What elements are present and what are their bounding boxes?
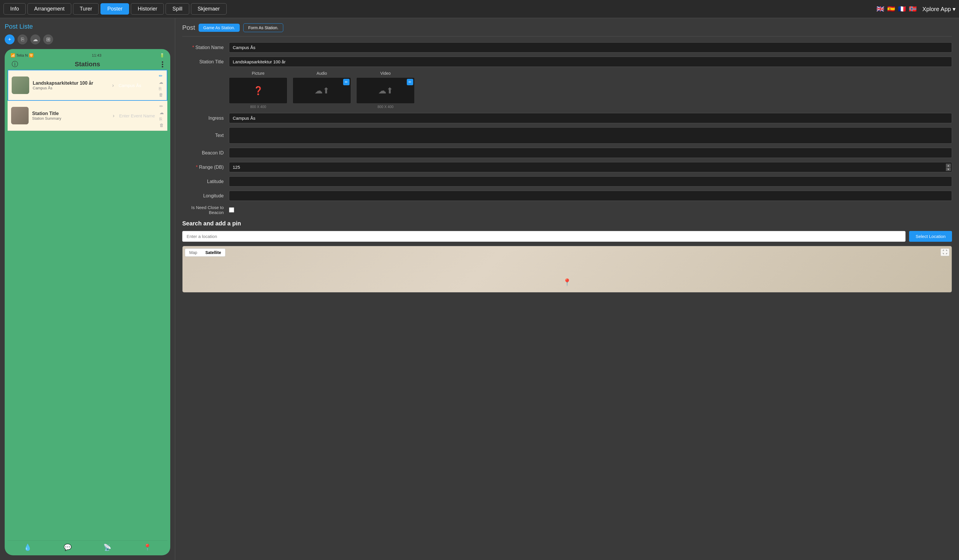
copy-icon[interactable]: ⎘ xyxy=(159,86,163,91)
cloud-button[interactable]: ☁ xyxy=(30,35,40,45)
ingress-label: Ingress xyxy=(182,116,229,121)
audio-media: Audio ☁⬆ ✏ xyxy=(293,71,351,109)
edit-icon[interactable]: ✏ xyxy=(159,73,163,78)
range-db-label: Range (DB) xyxy=(182,165,229,170)
station-name-label: Station Name xyxy=(182,45,229,50)
radio-icon[interactable]: 📡 xyxy=(104,544,111,551)
add-post-button[interactable]: + xyxy=(5,35,14,45)
tab-turer[interactable]: Turer xyxy=(73,3,99,14)
delete-icon[interactable]: 🗑 xyxy=(159,92,163,97)
station-title-input[interactable] xyxy=(229,57,952,67)
station-sub: Campus Ås xyxy=(33,86,112,90)
spinner-buttons: ▲ ▼ xyxy=(946,164,951,171)
map-tab-satellite[interactable]: Satellite xyxy=(201,249,225,256)
phone-bottom-bar: 💧 💬 📡 📍 xyxy=(8,541,167,552)
ingress-input[interactable] xyxy=(229,113,952,123)
need-beacon-row: Is Need Close to Beacon xyxy=(182,205,952,215)
layers-button[interactable]: ⊞ xyxy=(43,35,53,45)
menu-dots[interactable] xyxy=(162,61,163,67)
post-label: Post xyxy=(182,24,195,32)
cloud-upload-icon: ☁⬆ xyxy=(378,86,393,95)
station-name: Station Title xyxy=(32,111,113,116)
flag-gb[interactable]: 🇬🇧 xyxy=(876,5,884,13)
station-actions: ✏ ☁ ⎘ 🗑 xyxy=(159,103,164,127)
copy-button[interactable]: ⎘ xyxy=(18,35,27,45)
longitude-label: Longitude xyxy=(182,193,229,199)
map-tab-map[interactable]: Map xyxy=(185,249,201,256)
location-search-input[interactable] xyxy=(182,231,906,242)
phone-header: ⓘ Stations xyxy=(8,59,167,70)
app-name[interactable]: Xplore App ▾ xyxy=(922,6,956,13)
video-upload[interactable]: ☁⬆ ✏ xyxy=(356,77,415,103)
map-container[interactable]: Map Satellite ⛶ 📍 xyxy=(182,246,952,293)
station-name-input[interactable] xyxy=(229,42,952,52)
form-as-station-button[interactable]: Form As Station. xyxy=(243,23,283,32)
chevron-right-icon: › xyxy=(112,82,114,89)
text-input[interactable] xyxy=(229,127,952,144)
tab-skjemaer[interactable]: Skjemaer xyxy=(191,3,226,14)
copy-icon[interactable]: ⎘ xyxy=(159,116,164,121)
chevron-right-icon: › xyxy=(113,113,115,119)
picture-upload[interactable]: ❓ xyxy=(229,77,287,103)
media-items: Picture ❓ 800 X 400 Audio ☁⬆ ✏ Video xyxy=(229,71,415,109)
video-edit-badge[interactable]: ✏ xyxy=(407,79,413,85)
flag-fr[interactable]: 🇫🇷 xyxy=(898,5,906,13)
station-info: Station Title Station Summary xyxy=(32,111,113,121)
beacon-id-row: Beacon ID xyxy=(182,148,952,158)
need-beacon-label: Is Need Close to Beacon xyxy=(182,205,229,215)
flag-no[interactable]: 🇳🇴 xyxy=(909,5,917,13)
spinner-up[interactable]: ▲ xyxy=(946,164,951,167)
need-beacon-checkbox[interactable] xyxy=(229,207,234,213)
edit-icon[interactable]: ✏ xyxy=(159,103,164,109)
longitude-input[interactable] xyxy=(229,191,952,201)
latitude-row: Latitude xyxy=(182,177,952,186)
station-thumb xyxy=(12,76,29,94)
left-panel: Post Liste + ⎘ ☁ ⊞ 📶 Telia N 🛜 11:43 🔋 ⓘ… xyxy=(0,18,175,560)
spinner-down[interactable]: ▼ xyxy=(946,167,951,171)
time: 11:43 xyxy=(92,53,102,57)
flag-es[interactable]: 🇪🇸 xyxy=(887,5,895,13)
image-question-icon: ❓ xyxy=(253,86,263,95)
picture-label: Picture xyxy=(252,71,264,76)
map-tabs: Map Satellite xyxy=(185,248,225,257)
map-expand-button[interactable]: ⛶ xyxy=(941,248,949,256)
delete-icon[interactable]: 🗑 xyxy=(159,123,164,127)
picture-size: 800 X 400 xyxy=(250,105,266,109)
station-actions: ✏ ☁ ⎘ 🗑 xyxy=(159,73,163,97)
info-circle-icon[interactable]: ⓘ xyxy=(12,60,18,68)
tab-poster[interactable]: Poster xyxy=(100,3,129,14)
game-as-station-button[interactable]: Game As Station. xyxy=(199,24,240,32)
station-item[interactable]: Station Title Station Summary › Enter Ev… xyxy=(8,101,167,131)
audio-edit-badge[interactable]: ✏ xyxy=(343,79,350,85)
station-name-row: Station Name xyxy=(182,42,952,52)
water-drop-icon[interactable]: 💧 xyxy=(24,544,32,551)
ingress-row: Ingress xyxy=(182,113,952,123)
media-row: Picture ❓ 800 X 400 Audio ☁⬆ ✏ Video xyxy=(182,71,952,109)
range-db-input[interactable] xyxy=(229,162,952,172)
tab-arrangement[interactable]: Arrangement xyxy=(27,3,71,14)
video-media: Video ☁⬆ ✏ 800 X 400 xyxy=(356,71,415,109)
cloud-upload-icon: ☁⬆ xyxy=(314,86,330,95)
cloud-upload-icon[interactable]: ☁ xyxy=(159,110,164,115)
phone-status-bar: 📶 Telia N 🛜 11:43 🔋 xyxy=(8,52,167,59)
tab-spill[interactable]: Spill xyxy=(166,3,189,14)
tab-historier[interactable]: Historier xyxy=(131,3,164,14)
post-header: Post Game As Station. Form As Station. xyxy=(182,23,952,37)
picture-media: Picture ❓ 800 X 400 xyxy=(229,71,287,109)
audio-upload[interactable]: ☁⬆ ✏ xyxy=(293,77,351,103)
location-icon[interactable]: 📍 xyxy=(143,544,151,551)
station-thumb xyxy=(11,107,29,124)
select-location-button[interactable]: Select Location xyxy=(909,231,952,242)
beacon-id-label: Beacon ID xyxy=(182,150,229,156)
range-db-row: Range (DB) ▲ ▼ xyxy=(182,162,952,172)
event-name: Campus Ås xyxy=(116,83,157,88)
station-item[interactable]: Landskapsarkitektur 100 år Campus Ås › C… xyxy=(8,70,167,101)
audio-label: Audio xyxy=(317,71,327,76)
text-label: Text xyxy=(182,133,229,138)
tab-info[interactable]: Info xyxy=(3,3,26,14)
station-title-row: Station Title xyxy=(182,57,952,67)
chat-icon[interactable]: 💬 xyxy=(64,544,72,551)
cloud-upload-icon[interactable]: ☁ xyxy=(159,80,163,85)
beacon-id-input[interactable] xyxy=(229,148,952,158)
latitude-input[interactable] xyxy=(229,177,952,186)
